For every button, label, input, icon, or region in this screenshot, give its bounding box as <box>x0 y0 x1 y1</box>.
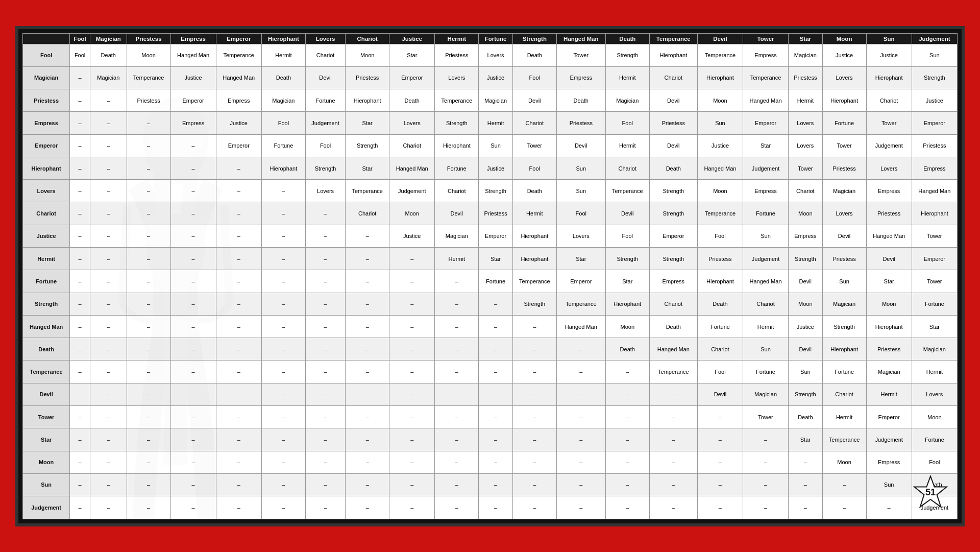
cell: – <box>605 406 649 428</box>
cell: Strength <box>479 180 513 202</box>
cell: Temperance <box>127 66 170 89</box>
col-star: Star <box>789 33 823 44</box>
cell: Hermit <box>261 44 305 66</box>
cell: – <box>261 428 305 451</box>
cell: Devil <box>789 338 823 361</box>
cell: – <box>512 383 556 405</box>
cell: – <box>170 451 216 473</box>
table-row: Tower––––––––––––––––TowerDeathHermitEmp… <box>23 406 958 428</box>
cell: – <box>866 496 912 519</box>
cell: – <box>127 338 170 361</box>
cell: Fortune <box>435 157 479 179</box>
cell: Fortune <box>822 112 866 134</box>
cell: Moon <box>912 406 957 428</box>
cell: – <box>435 496 479 519</box>
cell: – <box>556 338 605 361</box>
cell: Temperance <box>697 44 743 66</box>
cell: Priestess <box>866 338 912 361</box>
cell: Hierophant <box>512 248 556 270</box>
cell: – <box>346 338 389 361</box>
inner-container: Fool Magician Priestess Empress Emperor … <box>22 33 958 519</box>
cell: Death <box>512 180 556 202</box>
table-row: Hermit–––––––––HermitStarHierophantStarS… <box>23 248 958 270</box>
cell: – <box>789 451 823 473</box>
cell: Fortune <box>822 361 866 383</box>
cell: – <box>605 496 649 519</box>
cell: Tower <box>912 270 957 293</box>
cell: – <box>261 315 305 338</box>
cell: Temperance <box>512 270 556 293</box>
row-label: Judgement <box>23 496 70 519</box>
cell: – <box>305 202 345 225</box>
cell: Death <box>389 89 435 112</box>
row-label: Chariot <box>23 202 70 225</box>
cell: Lovers <box>789 112 823 134</box>
cell: Star <box>605 270 649 293</box>
cell: – <box>127 293 170 315</box>
cell: Hermit <box>822 406 866 428</box>
cell: Moon <box>789 293 823 315</box>
cell: Empress <box>170 112 216 134</box>
cell: Strength <box>649 248 697 270</box>
cell: Tower <box>789 157 823 179</box>
cell: Priestess <box>912 134 957 157</box>
cell: Devil <box>305 66 345 89</box>
cell: Hermit <box>512 202 556 225</box>
col-tower: Tower <box>743 33 788 44</box>
cell: Magician <box>605 89 649 112</box>
cell: – <box>556 406 605 428</box>
cell: Justice <box>479 66 513 89</box>
cell: Empress <box>216 89 261 112</box>
cell: – <box>435 383 479 405</box>
cell: Moon <box>127 44 170 66</box>
cell: Temperance <box>822 428 866 451</box>
cell: – <box>127 406 170 428</box>
cell: Emperor <box>170 89 216 112</box>
cell: – <box>127 270 170 293</box>
cell: Hermit <box>743 315 788 338</box>
cell: – <box>170 202 216 225</box>
cell: Empress <box>866 451 912 473</box>
cell: Empress <box>649 270 697 293</box>
cell: Star <box>743 134 788 157</box>
table-wrapper[interactable]: Fool Magician Priestess Empress Emperor … <box>22 33 958 519</box>
cell: – <box>822 473 866 496</box>
row-label: Justice <box>23 225 70 247</box>
table-row: Temperance––––––––––––––TemperanceFoolFo… <box>23 361 958 383</box>
table-row: Star–––––––––––––––––StarTemperanceJudge… <box>23 428 958 451</box>
cell: Fool <box>512 157 556 179</box>
cell: Hanged Man <box>866 225 912 247</box>
cell: – <box>90 428 127 451</box>
cell: – <box>90 293 127 315</box>
cell: Hermit <box>866 383 912 405</box>
cell: – <box>70 338 90 361</box>
row-label: Star <box>23 428 70 451</box>
cell: – <box>789 496 823 519</box>
cell: Emperor <box>389 66 435 89</box>
cell: – <box>127 157 170 179</box>
cell: Lovers <box>435 66 479 89</box>
table-row: Fortune––––––––––FortuneTemperanceEmpero… <box>23 270 958 293</box>
cell: Judgement <box>305 112 345 134</box>
cell: Hanged Man <box>743 270 788 293</box>
cell: Chariot <box>822 383 866 405</box>
cell: Fool <box>556 202 605 225</box>
cell: – <box>216 406 261 428</box>
cell: – <box>479 293 513 315</box>
cell: – <box>605 473 649 496</box>
cell: – <box>479 428 513 451</box>
cell: Chariot <box>305 44 345 66</box>
cell: – <box>556 361 605 383</box>
cell: Emperor <box>479 225 513 247</box>
cell: – <box>822 496 866 519</box>
cell: Moon <box>789 202 823 225</box>
cell: Priestess <box>346 66 389 89</box>
cell: Fortune <box>261 134 305 157</box>
cell: Star <box>556 248 605 270</box>
cell: – <box>435 473 479 496</box>
cell: Temperance <box>649 361 697 383</box>
cell: Empress <box>912 157 957 179</box>
cell: – <box>346 248 389 270</box>
cell: Temperance <box>435 89 479 112</box>
table-row: Justice––––––––JusticeMagicianEmperorHie… <box>23 225 958 247</box>
